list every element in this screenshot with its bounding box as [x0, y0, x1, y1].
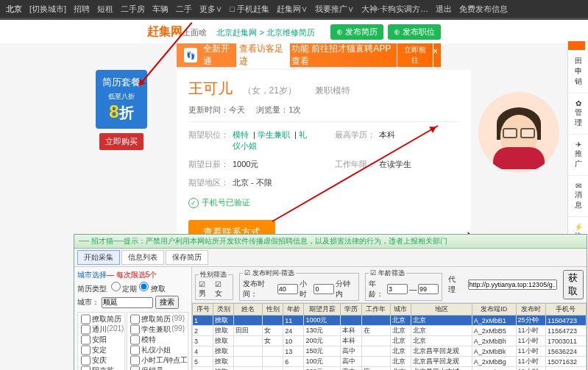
tree-item[interactable]: 安定 [79, 345, 123, 355]
col-header[interactable]: 学历 [341, 304, 361, 316]
banner-cta-button[interactable]: 立即前往 [397, 43, 433, 68]
city-tree[interactable]: 撩取简历通川(201)安阳安定安庆阿克苏阿勒泰阿拉善盟安康阿里阿拉尔 [77, 312, 125, 370]
col-header[interactable]: 城市 [390, 304, 411, 316]
tree-item[interactable]: 小时工/钟点工 [129, 355, 186, 366]
search-button[interactable]: 搜索 [155, 296, 179, 309]
field-label: 最高学历： [335, 129, 379, 152]
field-label: 期望职位： [188, 129, 233, 152]
nav-publish[interactable]: 免费发布信息 [459, 4, 508, 15]
tree-item[interactable]: 通川(201) [79, 324, 123, 335]
desired-salary: 1000元 [233, 159, 313, 170]
fetch-button[interactable]: 获取 [563, 270, 584, 299]
checkbox-female[interactable]: ☑ 女 [215, 280, 230, 299]
nav-item[interactable]: 更多∨ [199, 4, 222, 15]
results-grid[interactable]: 序号类别姓名性别年龄期望月薪学历工作年城市地区发布端ID发布时手机号1撩取111… [192, 303, 587, 370]
radio-fixed[interactable]: 定期 [111, 285, 138, 293]
buy-now-button[interactable]: 立即购买 [99, 133, 144, 150]
sidebar-item[interactable]: 田 申销 [568, 50, 588, 93]
scraper-app-window: ── 招才猫──提示：严禁用户利用本网站所开发软件传播虚假招聘信息，以及损害法律… [74, 234, 587, 370]
table-row[interactable]: 2撩取田田女24130元本科在北京北京A_2xMbB511小时11564723 [193, 326, 587, 336]
table-row[interactable]: 4撩取13150元高中北京北京昌平回龙观A_2xMbBk11小时15636224 [193, 346, 587, 357]
nav-item[interactable]: 我要推广∨ [315, 4, 354, 15]
promo-sub: 低至八折 [99, 92, 144, 102]
col-header[interactable]: 手机号 [545, 304, 586, 316]
tree-item[interactable]: 安阳 [79, 335, 123, 345]
col-header[interactable]: 序号 [193, 304, 213, 316]
nav-item[interactable]: □ 手机赶集 [230, 4, 269, 15]
proxy-input[interactable] [468, 280, 557, 290]
banner-text: 全新开通 [203, 43, 235, 68]
tab-start[interactable]: 开始采集 [77, 250, 120, 265]
profile-stats: 更新时间：今天 浏览量：1次 [188, 104, 459, 122]
sidebar-item[interactable]: ✈ 推广 [568, 135, 588, 176]
app-left-panel: 城市选择— 每次限选5个 简历类型 定期 撩取 城市： 搜索 撩取简历通川(20… [74, 267, 192, 370]
nav-item[interactable]: 车辆 [152, 4, 169, 15]
publish-job-button[interactable]: ⊕ 发布职位 [388, 24, 441, 40]
site-logo[interactable]: 赶集网上面啥 [147, 25, 207, 38]
footprint-icon: 👣 [184, 48, 197, 63]
banner-highlight: 查看访客足迹 [236, 42, 290, 68]
col-header[interactable]: 姓名 [234, 304, 263, 316]
desired-positions: 模特| 学生兼职| 礼仪小姐 [233, 129, 313, 152]
page-header: 赶集网上面啥 北京赶集网 > 北京维修简历 ⊕ 发布简历 ⊕ 发布职位 [0, 20, 588, 43]
table-row[interactable]: 1撩取111000元北京北京A_2xMbB125分钟11504723 [193, 316, 587, 326]
age-min-input[interactable] [387, 284, 408, 294]
tree-item[interactable]: 学生兼职(99) [129, 324, 186, 335]
tree-item[interactable]: 安庆 [79, 355, 123, 366]
nav-item[interactable]: 二手房 [121, 4, 145, 15]
col-header[interactable]: 性别 [263, 304, 283, 316]
breadcrumb: 北京赶集网 > 北京维修简历 [216, 28, 315, 37]
phone-verified-badge: 手机号已验证 [188, 197, 459, 208]
col-header[interactable]: 期望月薪 [304, 304, 341, 316]
tree-item[interactable]: 撩取简历(99) [129, 314, 186, 324]
tree-item[interactable]: 撩取简历 [79, 314, 123, 324]
col-header[interactable]: 发布端ID [472, 304, 516, 316]
sidebar-item[interactable]: ✉ 消息 [568, 176, 588, 217]
category-tree[interactable]: 撩取简历(99)学生兼职(99)模特礼仪小姐小时工/钟点工促销员传单派发问卷调查… [127, 312, 188, 370]
sidebar-title[interactable]: 招聘 [568, 41, 585, 50]
top-navbar: 北京 [切换城市] 招聘 短租 二手房 车辆 二手 更多∨ □ 手机赶集 赶集网… [0, 0, 588, 18]
radio-scrape[interactable]: 撩取 [139, 285, 166, 293]
col-header[interactable]: 发布时 [516, 304, 545, 316]
nav-item[interactable]: 短租 [97, 4, 113, 15]
city-label: 城市： [77, 298, 99, 306]
sidebar-item[interactable]: ✿ 管理 [568, 93, 588, 135]
nav-item[interactable]: 招聘 [74, 4, 90, 15]
resume-card: 王可儿 （女，21岁） 兼职模特 更新时间：今天 浏览量：1次 期望职位： 模特… [177, 70, 471, 254]
nav-item[interactable]: 赶集网∨ [277, 4, 308, 15]
hours-input[interactable] [277, 284, 298, 294]
age-max-input[interactable] [418, 284, 439, 294]
tree-item[interactable]: 礼仪小姐 [129, 345, 186, 355]
city-label[interactable]: 北京 [6, 4, 22, 15]
col-header[interactable]: 地区 [411, 304, 472, 316]
table-row[interactable]: 6撩取18200元高中应北京北京昌平山古城A_2xMbBc11小时1509713… [193, 367, 587, 371]
table-row[interactable]: 5撩取6100元高中北京北京昌平回龙观A_2xMbBg11小时15071632 [193, 357, 587, 367]
tab-list[interactable]: 信息列表 [121, 250, 164, 265]
checkbox-male[interactable]: ☑ 男 [199, 280, 213, 299]
col-header[interactable]: 工作年 [361, 304, 390, 316]
tree-item[interactable]: 模特 [129, 335, 186, 345]
minutes-input[interactable] [314, 284, 334, 294]
promo-discount: 8折 [99, 102, 144, 123]
switch-city[interactable]: [切换城市] [29, 4, 66, 15]
promo-card: 简历套餐 低至八折 8折 立即购买 [96, 70, 147, 254]
tree-item[interactable]: 阿克苏 [79, 366, 123, 370]
nav-logout[interactable]: 退出 [436, 4, 452, 15]
close-icon[interactable]: × [433, 46, 438, 57]
col-header[interactable]: 年龄 [283, 304, 304, 316]
filters-bar: 性别筛选 ☑ 男 ☑ 女 ☑ 发布时间-筛选 发布时间： 小时 分钟内 ☑ 年龄… [192, 267, 587, 303]
crumb-link[interactable]: 北京维修简历 [266, 28, 315, 37]
avatar [478, 92, 559, 173]
section-title: 城市选择— 每次限选5个 [77, 270, 188, 280]
city-input[interactable] [102, 297, 153, 308]
nav-item[interactable]: 大神·卡狗实调方… [361, 4, 428, 15]
publish-resume-button[interactable]: ⊕ 发布简历 [330, 24, 383, 40]
right-sidebar: 招聘 田 申销 ✿ 管理 ✈ 推广 ✉ 消息 ⚡ 快速 [567, 41, 588, 258]
col-header[interactable]: 类别 [213, 304, 234, 316]
app-tabs: 开始采集 信息列表 保存简历 [74, 249, 587, 267]
crumb-link[interactable]: 北京赶集网 [216, 28, 257, 37]
nav-item[interactable]: 二手 [176, 4, 192, 15]
tab-save[interactable]: 保存简历 [166, 250, 208, 265]
table-row[interactable]: 3撩取女10200元本科北京北京A_2xMbBh11小时17003011 [193, 336, 587, 346]
tree-item[interactable]: 促销员 [129, 366, 186, 370]
